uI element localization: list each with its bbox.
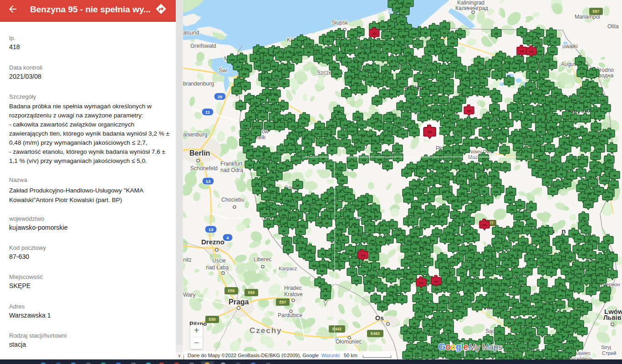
svg-text:Greifswald: Greifswald: [190, 43, 216, 49]
svg-text:E67: E67: [279, 300, 286, 304]
svg-text:nad Łabą: nad Łabą: [206, 264, 229, 271]
svg-text:Стрий: Стрий: [602, 350, 616, 356]
svg-text:My Maps: My Maps: [469, 343, 502, 352]
svg-text:E462: E462: [371, 331, 380, 336]
svg-text:Świ: Świ: [219, 67, 227, 74]
svg-text:e: e: [464, 342, 469, 352]
svg-text:Berlin: Berlin: [189, 149, 210, 157]
svg-text:Ołomuniec: Ołomuniec: [336, 339, 362, 345]
svg-text:E65: E65: [248, 290, 255, 295]
svg-text:brandenburg: brandenburg: [183, 81, 214, 87]
svg-text:uwałki: uwałki: [562, 43, 577, 50]
svg-text:nad Odrą: nad Odrą: [220, 167, 243, 173]
svg-text:Liberec: Liberec: [254, 256, 271, 263]
svg-text:13: 13: [209, 227, 214, 232]
svg-text:Czechy: Czechy: [250, 326, 282, 335]
svg-text:nitz: nitz: [183, 257, 192, 263]
svg-text:Uście: Uście: [212, 258, 226, 264]
svg-text:Schönefeld: Schönefeld: [190, 165, 218, 172]
svg-text:13: 13: [206, 179, 211, 184]
svg-text:alsund: alsund: [183, 30, 199, 36]
svg-text:Chociebu: Chociebu: [221, 197, 245, 203]
svg-text:E50: E50: [209, 317, 215, 322]
svg-text:Karpacz: Karpacz: [279, 266, 297, 271]
svg-text:20: 20: [218, 94, 223, 99]
svg-text:E442: E442: [332, 327, 342, 331]
svg-text:Hradec: Hradec: [284, 285, 302, 291]
svg-text:o: o: [451, 342, 456, 352]
svg-text:Pardubice: Pardubice: [278, 312, 302, 318]
svg-text:11: 11: [205, 110, 210, 115]
svg-text:Praga: Praga: [229, 298, 249, 306]
svg-text:Drezno: Drezno: [201, 238, 224, 246]
svg-text:Львів: Львів: [603, 314, 622, 321]
svg-text:Wary: Wary: [183, 292, 196, 298]
svg-text:Калининград: Калининград: [455, 5, 488, 11]
svg-text:Frankfurt: Frankfurt: [220, 161, 243, 167]
svg-text:G: G: [438, 342, 445, 352]
svg-text:Olita: Olita: [607, 23, 619, 30]
svg-text:E67: E67: [592, 9, 599, 14]
svg-text:E55: E55: [228, 288, 235, 293]
svg-text:4: 4: [226, 235, 229, 240]
svg-text:Stryj: Stryj: [601, 344, 611, 350]
svg-text:95: 95: [428, 130, 431, 134]
svg-text:Słupsk: Słupsk: [331, 20, 348, 26]
svg-text:anienburg: anienburg: [183, 131, 207, 138]
svg-text:Os: Os: [375, 314, 384, 322]
svg-text:Kralove: Kralove: [284, 291, 303, 298]
svg-text:g: g: [456, 342, 461, 352]
svg-text:o: o: [445, 342, 451, 352]
